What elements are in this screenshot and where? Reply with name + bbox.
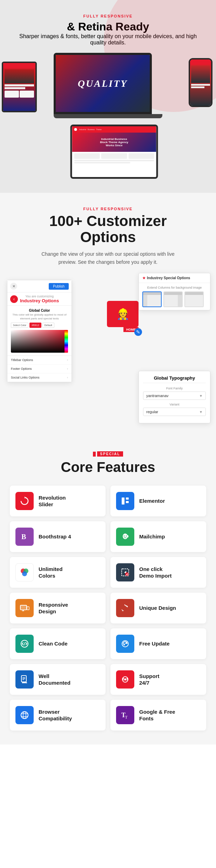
default-swatch[interactable]: Default [42,323,54,328]
svg-rect-28 [22,682,27,683]
svg-rect-16 [27,607,29,610]
customizer-demo: ✕ Publish ‹ You are customizing Industre… [7,273,210,423]
so-thumb-3[interactable] [184,291,204,307]
feature-card-free-update: Free Update [110,628,206,659]
revolution-slider-title: RevolutionSlider [39,494,66,508]
menu-item-footer[interactable]: Footer Options › [7,365,72,373]
browser-icon [15,706,34,724]
feature-card-clean-code: Clean Code [10,628,106,659]
support-icon [116,670,134,689]
wpc-menu: Titlebar Options › Footer Options › Soci… [7,355,72,382]
section-features: SPECIAL Core Features RevolutionSlider [0,434,216,744]
features-title: Core Features [7,459,209,475]
font-family-select[interactable]: yantramanav ▼ [143,391,206,400]
feature-card-support: Support24/7 [110,664,206,695]
elementor-title: Elementor [139,497,165,504]
demo-import-icon [116,563,134,581]
feature-card-responsive: ResponsiveDesign [10,593,106,623]
wpc-back-button[interactable]: ‹ [10,295,18,303]
wpc-swatches: Select Color #f0012 Default [11,323,68,328]
free-update-title: Free Update [139,640,170,647]
color-picker[interactable] [11,330,68,353]
unique-design-title: Unique Design [139,605,176,612]
fonts-icon: T T [116,706,134,724]
browser-title: BrowserCompatibility [39,708,72,722]
wpc-topbar: ✕ Publish [7,280,72,292]
special-options-panel: ★ Industrey Special Options Extend Colum… [139,273,210,310]
laptop-screen: QUALITY [54,53,152,114]
so-thumbnails [142,291,207,307]
svg-text:B: B [21,533,26,541]
svg-point-8 [127,535,128,537]
badge-bar-icon [93,452,96,457]
tb-content [72,152,156,165]
unique-design-icon [116,599,134,617]
responsive-design-icon [15,599,34,617]
wpc-title-area: You are customizing Industrey Options [20,295,59,303]
select-color-swatch[interactable]: Select Color [11,323,28,328]
customizer-description: Change the view of your site with our sp… [34,250,182,266]
feature-card-revolution-slider: RevolutionSlider [10,486,106,516]
svg-marker-0 [25,496,26,499]
wpc-color-section: Global Color This color will be globally… [7,306,72,355]
dropdown-arrow-icon-2: ▼ [199,410,203,414]
worker-icon: 👷 [116,308,129,320]
feature-card-bootstrap: B Boothstrap 4 [10,521,106,552]
feature-card-elementor: Elementor [110,486,206,516]
laptop-base [54,114,162,118]
svg-rect-15 [21,606,26,609]
free-update-icon [116,635,134,653]
customizer-title: 100+ Customizer Options [7,213,209,245]
section-responsive: FULLY RESPONSIVE & Retina Ready Sharper … [0,0,216,193]
color-rainbow [65,330,68,353]
decorative-red-card: 👷 [107,301,139,327]
svg-line-20 [122,609,123,611]
dropdown-arrow-icon: ▼ [199,394,203,398]
laptop: QUALITY [54,53,162,118]
wpc-back-row: ‹ You are customizing Industrey Options [7,292,72,306]
wpc-publish-button[interactable]: Publish [49,283,69,290]
variant-select[interactable]: regular ▼ [143,408,206,416]
svg-point-31 [124,678,126,680]
mailchimp-icon [116,528,134,546]
special-label: SPECIAL [97,451,123,457]
device-mockups: QUALITY [0,53,216,182]
responsive-design-title: ResponsiveDesign [39,601,68,615]
svg-rect-2 [126,497,129,500]
documented-title: WellDocumented [39,673,70,686]
wpc-close-button[interactable]: ✕ [10,283,17,290]
documented-icon [15,670,34,689]
svg-line-22 [24,642,25,645]
svg-rect-3 [126,501,129,503]
menu-item-titlebar[interactable]: Titlebar Options › [7,356,72,365]
elementor-icon [116,492,134,510]
features-grid: RevolutionSlider Elementor B Boothstrap … [10,486,206,731]
feature-card-browser: BrowserCompatibility [10,700,106,731]
svg-point-7 [126,536,127,537]
svg-line-19 [124,605,126,606]
tb-logo [74,128,77,131]
clean-code-title: Clean Code [39,640,68,647]
feature-card-mailchimp: Mailchimp [110,521,206,552]
special-badge: SPECIAL [93,451,123,457]
menu-item-social[interactable]: Social Links Options › [7,373,72,382]
tb-hero: Industrial BusinessBlock Theme AgencyWor… [72,133,156,152]
tablet-bottom-screen: Industrial Business Theme Industrial Bus… [70,125,158,179]
svg-rect-26 [22,678,25,679]
feature-card-documented: WellDocumented [10,664,106,695]
so-panel-header: ★ Industrey Special Options [139,273,210,283]
svg-text:T: T [125,715,128,720]
customizer-label: FULLY RESPONSIVE [7,207,209,211]
so-thumb-2[interactable] [163,291,183,307]
clean-code-icon [15,635,34,653]
bootstrap-title: Boothstrap 4 [39,533,71,540]
tb-nav: Industrial Business Theme [79,128,102,130]
tablet-bottom: Industrial Business Theme Industrial Bus… [70,125,158,179]
blue-circle-icon: ✎ [134,328,142,336]
so-thumb-1[interactable] [142,291,162,307]
tablet-left-screen [2,62,37,112]
tablet-left [2,62,37,112]
support-title: Support24/7 [139,673,160,686]
color-value-swatch[interactable]: #f0012 [29,323,41,328]
so-panel-body: Extend Columns for background image [139,283,210,310]
